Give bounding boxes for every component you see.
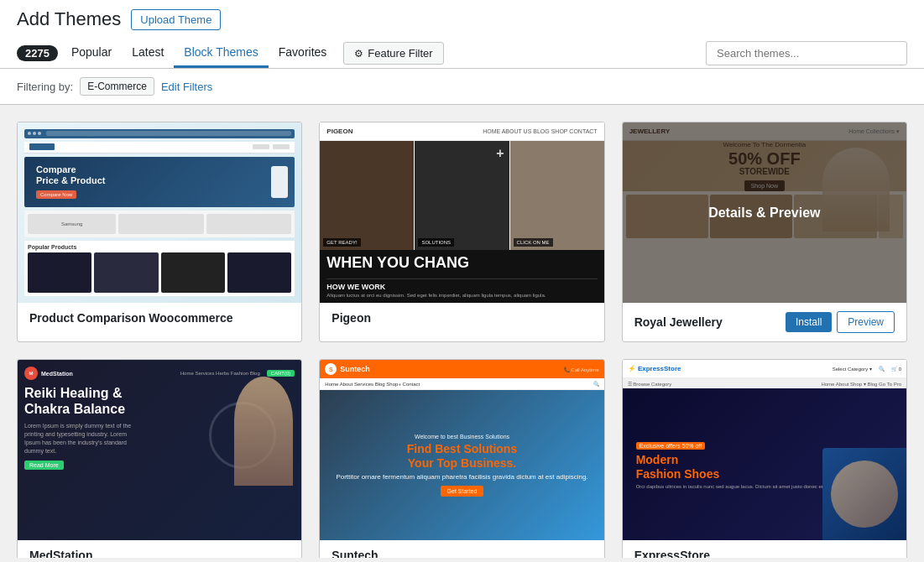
theme-name-suntech: Suntech — [331, 549, 378, 558]
theme-card-pigeon[interactable]: PIGEON HOME ABOUT US BLOG SHOP CONTACT G… — [319, 122, 604, 342]
install-royal-jewellery-button[interactable]: Install — [786, 312, 832, 332]
suntech-nav: S Suntech 📞 Call Anytime — [320, 360, 603, 378]
tab-popular[interactable]: Popular — [61, 39, 122, 68]
overlay-label: Details & Preview — [708, 206, 820, 221]
theme-name-medstation: MedStation — [29, 549, 92, 558]
theme-card-expressstore[interactable]: ⚡ ExpressStore Select Category ▾ 🔍 🛒 0 ☰… — [622, 359, 907, 558]
theme-card-product-comparison[interactable]: ComparePrice & Product Compare Now Samsu… — [17, 122, 302, 342]
filter-bar: Filtering by: E-Commerce Edit Filters — [0, 69, 924, 105]
med-description: Lorem Ipsum is simply dummy text of the … — [24, 422, 142, 455]
theme-info-pigeon: Pigeon Install Preview — [320, 303, 603, 333]
theme-thumbnail-medstation: M MedStation Home Services Herbs Fashion… — [18, 360, 301, 540]
tab-favorites[interactable]: Favorites — [269, 39, 337, 68]
theme-card-suntech[interactable]: S Suntech 📞 Call Anytime Home About Serv… — [319, 359, 604, 558]
details-preview-overlay: Details & Preview — [623, 122, 906, 303]
theme-card-medstation[interactable]: M MedStation Home Services Herbs Fashion… — [17, 359, 302, 558]
tab-latest[interactable]: Latest — [122, 39, 174, 68]
preview-royal-jewellery-button[interactable]: Preview — [837, 311, 895, 333]
express-nav: ⚡ ExpressStore Select Category ▾ 🔍 🛒 0 — [623, 360, 906, 378]
theme-info-royal-jewellery: Royal Jewellery Install Preview — [623, 303, 906, 341]
upload-theme-button[interactable]: Upload Theme — [131, 9, 221, 30]
theme-name-royal-jewellery: Royal Jewellery — [634, 315, 723, 329]
header-top: Add Themes Upload Theme — [17, 8, 907, 39]
page-title: Add Themes — [17, 8, 121, 30]
gear-icon: ⚙ — [354, 48, 363, 60]
content-area: ComparePrice & Product Compare Now Samsu… — [0, 105, 924, 558]
theme-name-product-comparison: Product Comparison Woocommerce — [29, 311, 232, 325]
themes-grid: ComparePrice & Product Compare Now Samsu… — [0, 105, 924, 558]
theme-count-badge: 2275 — [17, 45, 58, 61]
filter-by-label: Filtering by: — [17, 81, 73, 93]
feature-filter-button[interactable]: ⚙ Feature Filter — [343, 42, 443, 65]
med-logo: M — [24, 367, 38, 380]
med-person-image — [234, 377, 293, 486]
theme-name-expressstore: ExpressStore — [634, 549, 710, 558]
theme-actions-royal-jewellery: Install Preview — [786, 311, 895, 333]
search-input[interactable] — [706, 41, 907, 65]
theme-info-medstation: MedStation Install Preview — [18, 540, 301, 558]
theme-thumbnail-suntech: S Suntech 📞 Call Anytime Home About Serv… — [320, 360, 603, 540]
theme-name-pigeon: Pigeon — [331, 311, 371, 325]
med-cta-button: Read More — [24, 461, 64, 470]
page-header: Add Themes Upload Theme 2275 Popular Lat… — [0, 0, 924, 69]
edit-filters-link[interactable]: Edit Filters — [161, 81, 212, 93]
theme-thumbnail-royal-jewellery: JEWELLERY Home Collections ▾ Welcome To … — [623, 122, 906, 303]
theme-thumbnail-pigeon: PIGEON HOME ABOUT US BLOG SHOP CONTACT G… — [320, 122, 603, 303]
tab-block-themes[interactable]: Block Themes — [174, 39, 268, 68]
feature-filter-label: Feature Filter — [368, 47, 432, 60]
theme-info-expressstore: ExpressStore Install Preview — [623, 540, 906, 558]
active-filter-tag: E-Commerce — [80, 77, 154, 96]
theme-card-royal-jewellery[interactable]: JEWELLERY Home Collections ▾ Welcome To … — [622, 122, 907, 342]
theme-info-suntech: Suntech Install Preview — [320, 540, 603, 558]
theme-thumbnail-product-comparison: ComparePrice & Product Compare Now Samsu… — [18, 122, 301, 303]
tabs-row: 2275 Popular Latest Block Themes Favorit… — [17, 39, 907, 68]
theme-info-product-comparison: Product Comparison Woocommerce Install P… — [18, 303, 301, 333]
theme-thumbnail-expressstore: ⚡ ExpressStore Select Category ▾ 🔍 🛒 0 ☰… — [623, 360, 906, 540]
suntech-logo: Suntech — [340, 365, 370, 373]
pigeon-nav: PIGEON HOME ABOUT US BLOG SHOP CONTACT — [320, 122, 603, 141]
